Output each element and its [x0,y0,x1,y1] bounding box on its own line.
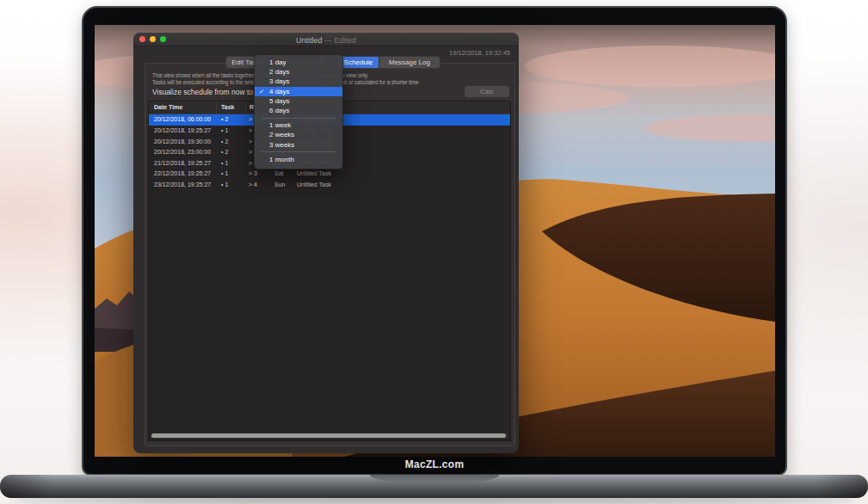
cell-datetime: 20/12/2018, 19:25:27 [154,127,211,133]
menu-item-2-days[interactable]: 2 days [255,67,342,77]
menu-item-5-days[interactable]: 5 days [255,96,342,106]
cell-weekday: Sun [274,181,285,187]
cell-datetime: 22/12/2018, 19:25:27 [154,170,211,176]
window-title: Untitled — Edited [133,36,519,45]
menu-item-2-weeks[interactable]: 2 weeks [255,130,342,139]
menu-item-1-week[interactable]: 1 week [255,120,342,130]
table-row[interactable]: 22/12/2018, 19:25:27 • 1 > 3 Sat Untitle… [149,169,510,180]
cell-datetime: 20/12/2018, 19:30:00 [154,138,211,144]
column-task[interactable]: Task [221,104,234,110]
cell-run: > 4 [249,181,257,187]
cell-datetime: 20/12/2018, 06:00:00 [154,116,211,122]
visualize-range-label: Visualize schedule from now to: [152,88,255,96]
cell-task: • 1 [221,160,228,166]
cell-task: • 2 [221,138,228,144]
app-window: Untitled — Edited 19/12/2018, 19:32:45 E… [133,33,519,453]
menu-item-6-days[interactable]: 6 days [255,106,342,115]
menu-item-1-day[interactable]: 1 day [255,58,342,67]
column-divider [245,101,246,114]
menu-separator [262,118,336,119]
cell-weekday: Sat [274,170,284,176]
cell-task: • 1 [221,127,228,133]
cell-datetime: 23/12/2018, 19:25:27 [154,181,211,187]
table-row[interactable]: 23/12/2018, 19:25:27 • 1 > 4 Sun Untitle… [149,180,510,191]
tab-schedule[interactable]: Schedule [338,57,379,68]
menu-item-1-month[interactable]: 1 month [255,155,342,164]
current-datetime-label: 19/12/2018, 19:32:45 [449,49,510,57]
cell-datetime: 21/12/2018, 19:25:27 [154,160,211,166]
cell-datetime: 20/12/2018, 23:00:00 [154,149,211,155]
cell-task: • 2 [221,149,228,155]
cell-task-name: Untitled Task [297,170,331,176]
window-titlebar[interactable]: Untitled — Edited [133,33,519,46]
tab-message-log[interactable]: Message Log [379,57,440,68]
scrollbar-thumb[interactable] [151,433,506,438]
cell-task: • 2 [221,116,228,122]
menu-item-3-days[interactable]: 3 days [255,77,342,86]
maczl-watermark: MacZL.com [82,458,787,470]
column-divider [216,101,217,114]
menu-item-3-weeks[interactable]: 3 weeks [255,140,342,150]
duration-popup-menu: 1 day 2 days 3 days ✓4 days 5 days 6 day… [254,54,343,169]
cell-task: • 1 [221,170,228,176]
cell-task: • 1 [221,181,228,187]
checkmark-icon: ✓ [259,88,264,95]
column-date-time[interactable]: Date Time [154,104,182,110]
horizontal-scrollbar[interactable] [151,433,508,439]
cell-run: > 3 [249,170,257,176]
cell-task-name: Untitled Task [297,181,331,187]
calc-button[interactable]: Calc [465,86,509,97]
menu-separator [262,151,336,152]
menu-item-4-days[interactable]: ✓4 days [255,87,342,96]
